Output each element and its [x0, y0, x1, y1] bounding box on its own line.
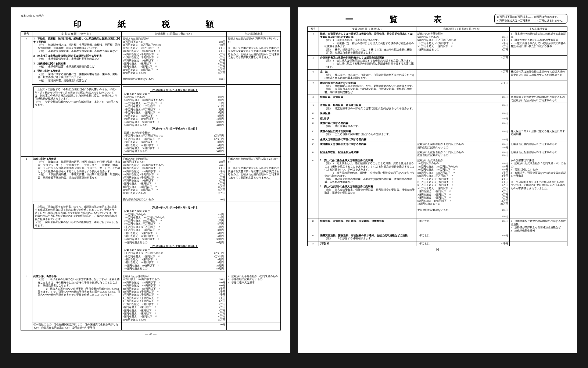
col-tax: 印紙税額（ 1 通又は 1 冊につき）: [122, 32, 227, 36]
page-left: 令和 2 年 6 月現在 印 紙 税 額 番号 文 書 の 種 類 （ 物 件 …: [11, 7, 290, 353]
as-of-date: 令和 2 年 6 月現在: [21, 14, 281, 18]
page-number-left: — 35 —: [21, 332, 281, 336]
threshold-note: 10万円以下又は10万円以上 …… 10万円は含まれます。 10万円を超え又は1…: [494, 14, 568, 24]
col-exempt: 主な非課税文書: [227, 32, 281, 36]
page-right: 10万円以下又は10万円以上 …… 10万円は含まれます。 10万円を超え又は1…: [298, 7, 577, 353]
col-doc: 文 書 の 種 類 （ 物 件 名 ）: [32, 32, 122, 36]
stamp-tax-table-left: 番号 文 書 の 種 類 （ 物 件 名 ） 印紙税額（ 1 通又は 1 冊につ…: [21, 31, 281, 330]
col-num: 番号: [21, 32, 32, 36]
stamp-tax-table-right: 番号 文 書 の 種 類 （ 物 件 名 ） 印紙税額（ 1 通又は 1 冊につ…: [307, 26, 567, 246]
title-left: 印 紙 税 額: [21, 19, 281, 30]
page-number-right: — 36 —: [307, 248, 567, 251]
